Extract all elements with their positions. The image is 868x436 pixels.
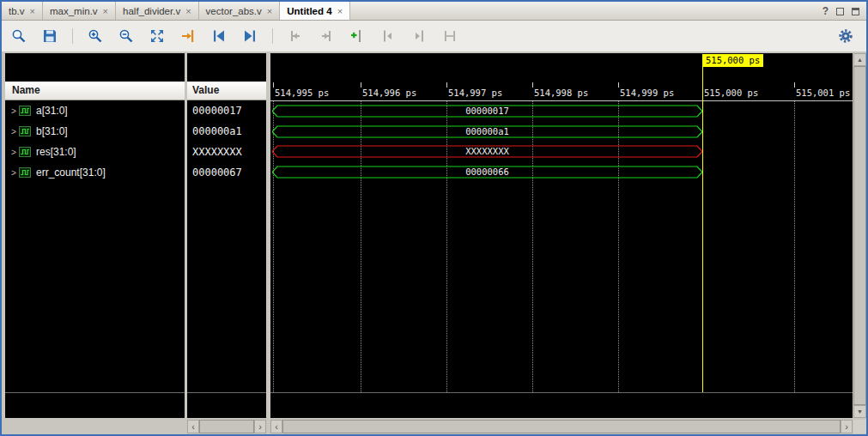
tick-mark bbox=[532, 82, 533, 88]
expand-icon[interactable]: > bbox=[5, 106, 19, 116]
cursor-time-label[interactable]: 515,000 ps bbox=[702, 54, 763, 67]
name-column-header: Name bbox=[5, 82, 185, 100]
ruler-baseline bbox=[270, 100, 853, 101]
tick-mark bbox=[446, 82, 447, 88]
close-icon[interactable]: × bbox=[185, 6, 191, 16]
scroll-right-icon[interactable]: › bbox=[254, 420, 266, 433]
tab-label: vector_abs.v bbox=[206, 6, 262, 16]
tab-untitled-4[interactable]: Untitled 4 × bbox=[280, 2, 350, 20]
tab-max-min-v[interactable]: max_min.v × bbox=[43, 2, 116, 20]
help-icon[interactable]: ? bbox=[822, 5, 829, 17]
signal-row-a[interactable]: > a[31:0] bbox=[5, 101, 185, 120]
signal-value[interactable]: 00000067 bbox=[192, 163, 242, 182]
zoom-fit-icon[interactable] bbox=[149, 27, 166, 45]
zoom-to-cursor-icon[interactable] bbox=[179, 27, 197, 45]
settings-gear-icon[interactable] bbox=[837, 27, 854, 45]
signal-value[interactable]: XXXXXXXX bbox=[192, 142, 242, 161]
bus-signal-icon bbox=[19, 147, 31, 157]
scroll-left-icon[interactable]: ‹ bbox=[187, 420, 199, 433]
panel-split-line bbox=[270, 392, 853, 393]
wave-bus-row-err-count: 00000066 bbox=[272, 166, 702, 179]
waveform-panel[interactable]: 515,000 ps 514,995 ps 514,996 ps 514,997… bbox=[270, 53, 853, 418]
scroll-left-icon[interactable]: ‹ bbox=[270, 420, 282, 433]
time-tick-label: 514,997 ps bbox=[448, 88, 502, 98]
signal-name: err_count[31:0] bbox=[36, 167, 106, 179]
wave-bus-row-res: XXXXXXXX bbox=[272, 145, 702, 158]
signal-name: res[31:0] bbox=[36, 146, 76, 158]
bus-value-label: XXXXXXXX bbox=[272, 145, 702, 158]
bus-signal-icon bbox=[19, 167, 31, 178]
tick-mark bbox=[273, 82, 274, 88]
tab-label: max_min.v bbox=[50, 6, 98, 16]
signal-row-res[interactable]: > res[31:0] bbox=[5, 142, 185, 161]
vertical-scrollbar[interactable]: ▲ ▼ bbox=[853, 53, 866, 418]
wave-horizontal-scrollbar[interactable]: ‹ › bbox=[270, 420, 853, 433]
time-tick-label: 515,001 ps bbox=[796, 88, 850, 98]
signal-row-err-count[interactable]: > err_count[31:0] bbox=[5, 163, 185, 182]
maximize-window-icon[interactable] bbox=[852, 8, 859, 15]
gridline bbox=[794, 101, 795, 392]
zoom-in-icon[interactable] bbox=[87, 27, 104, 45]
tab-label: Untitled 4 bbox=[287, 6, 331, 16]
time-tick-label: 514,999 ps bbox=[620, 88, 674, 98]
value-horizontal-scrollbar[interactable]: ‹ › bbox=[187, 420, 266, 433]
bus-value-label: 000000a1 bbox=[272, 125, 702, 138]
wave-scroll-thumb[interactable] bbox=[282, 420, 841, 433]
zoom-out-icon[interactable] bbox=[118, 27, 135, 45]
scroll-up-icon[interactable]: ▲ bbox=[853, 53, 866, 66]
tab-label: half_divider.v bbox=[123, 6, 180, 16]
float-window-icon[interactable] bbox=[836, 8, 844, 15]
panel-split-line bbox=[187, 392, 266, 393]
expand-icon[interactable]: > bbox=[5, 148, 19, 157]
previous-transition-icon[interactable] bbox=[210, 27, 228, 45]
signal-name-panel: Name > a[31:0] > b[31:0] > res[31:0] > e… bbox=[5, 53, 185, 418]
close-icon[interactable]: × bbox=[30, 6, 35, 16]
next-marker-icon[interactable] bbox=[410, 27, 428, 45]
value-scroll-thumb[interactable] bbox=[199, 420, 254, 433]
signal-name: a[31:0] bbox=[36, 105, 68, 117]
time-tick-label: 514,995 ps bbox=[275, 88, 329, 98]
tick-mark bbox=[794, 82, 795, 88]
signal-row-b[interactable]: > b[31:0] bbox=[5, 122, 185, 141]
close-icon[interactable]: × bbox=[103, 6, 108, 16]
vertical-scroll-thumb[interactable] bbox=[853, 66, 866, 405]
time-tick-label: 514,996 ps bbox=[362, 88, 416, 98]
scrollbar-corner bbox=[853, 420, 866, 433]
expand-icon[interactable]: > bbox=[5, 127, 19, 136]
wave-toolbar bbox=[2, 21, 866, 51]
panel-split-line bbox=[5, 392, 185, 393]
go-to-time-zero-icon[interactable] bbox=[287, 27, 304, 45]
tick-mark bbox=[618, 82, 619, 88]
window-controls: ? bbox=[822, 2, 859, 21]
save-icon[interactable] bbox=[41, 27, 58, 45]
add-marker-icon[interactable] bbox=[349, 27, 366, 45]
find-icon[interactable] bbox=[10, 27, 27, 45]
wave-bus-row-b: 000000a1 bbox=[272, 125, 702, 138]
expand-icon[interactable]: > bbox=[5, 168, 19, 178]
close-icon[interactable]: × bbox=[337, 6, 343, 16]
signal-value[interactable]: 000000a1 bbox=[192, 122, 242, 141]
bus-value-label: 00000066 bbox=[272, 166, 702, 179]
close-icon[interactable]: × bbox=[267, 6, 272, 16]
tab-half-divider-v[interactable]: half_divider.v × bbox=[116, 2, 199, 20]
time-tick-label: 515,000 ps bbox=[704, 88, 758, 98]
tab-label: tb.v bbox=[9, 6, 25, 16]
next-transition-icon[interactable] bbox=[241, 27, 258, 45]
span-markers-icon[interactable] bbox=[441, 27, 458, 45]
value-header-label: Value bbox=[187, 84, 219, 96]
go-to-last-time-icon[interactable] bbox=[318, 27, 335, 45]
scroll-right-icon[interactable]: › bbox=[841, 420, 853, 433]
signal-value-panel: Value 00000017 000000a1 XXXXXXXX 0000006… bbox=[187, 53, 266, 418]
signal-value[interactable]: 00000017 bbox=[192, 101, 242, 120]
scroll-down-icon[interactable]: ▼ bbox=[853, 405, 866, 418]
bus-value-label: 00000017 bbox=[272, 105, 702, 118]
tab-tb-v[interactable]: tb.v × bbox=[2, 2, 43, 20]
previous-marker-icon[interactable] bbox=[379, 27, 397, 45]
tab-vector-abs-v[interactable]: vector_abs.v × bbox=[199, 2, 281, 20]
signal-name: b[31:0] bbox=[36, 125, 68, 137]
toolbar-separator bbox=[272, 28, 273, 44]
time-cursor-line[interactable] bbox=[702, 67, 703, 392]
time-tick-label: 514,998 ps bbox=[534, 88, 588, 98]
wave-bus-row-a: 00000017 bbox=[272, 105, 702, 118]
toolbar-separator bbox=[72, 28, 73, 44]
